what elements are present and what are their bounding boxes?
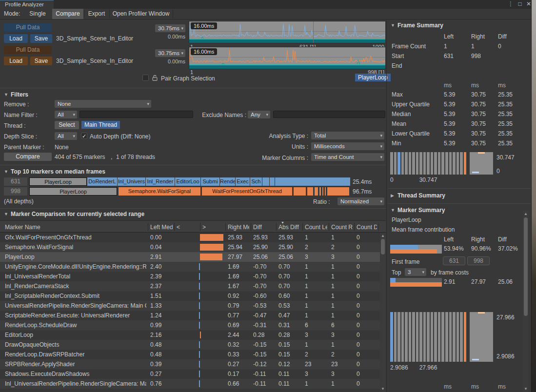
export-button[interactable]: Export — [84, 9, 109, 19]
table-row[interactable]: DrawOpaqueObjects0.480.32-0.150.15110 — [0, 340, 380, 350]
load-right-button[interactable]: Load — [4, 57, 28, 65]
name-filter-input[interactable] — [79, 111, 193, 118]
summary-row: Upper Quartile5.3930.7525.35 — [388, 101, 531, 111]
table-row[interactable]: RenderLoop.ScheduleDraw0.990.69-0.310.31… — [0, 320, 380, 330]
menu-dots-icon[interactable]: ⋮ — [507, 0, 515, 7]
table-row[interactable]: PlayerLoop2.9127.9725.0625.06330 — [0, 252, 380, 262]
histogram-bar — [441, 152, 444, 175]
first-frame-left-button[interactable]: 631 — [443, 256, 465, 265]
marker-summary-foldout-icon[interactable]: ▼ — [391, 208, 395, 213]
thread-value-chip: Main Thread — [81, 121, 120, 129]
unlock-icon[interactable] — [152, 74, 158, 81]
thread-select-button[interactable]: Select — [55, 121, 79, 129]
frame-index-button[interactable]: 998 — [4, 187, 27, 196]
auto-depth-checkbox[interactable]: ✓ — [81, 133, 87, 139]
column-header-count-left[interactable]: Count Left — [305, 224, 327, 231]
stat-left: 1 — [444, 43, 447, 50]
col-header-right: Right — [471, 236, 485, 243]
table-row[interactable]: RenderLoop.DrawSRPBatcher0.480.33-0.150.… — [0, 350, 380, 359]
units-dropdown[interactable]: Milliseconds▾ — [311, 142, 384, 150]
compare-button[interactable]: Compare — [4, 153, 52, 161]
frame-summary-histogram[interactable] — [390, 152, 466, 175]
count-right-cell: 1 — [331, 273, 335, 280]
mode-compare-button[interactable]: Compare — [52, 9, 83, 19]
histogram-x-max: 27.966 — [390, 364, 466, 371]
top10-foldout-icon[interactable]: ▼ — [4, 169, 8, 174]
scroll-down-icon[interactable]: ▼ — [380, 387, 386, 391]
table-row[interactable]: Inl_ScriptableRenderContext.Submit1.510.… — [0, 291, 380, 301]
column-header-diff[interactable]: Diff — [253, 224, 275, 231]
table-row[interactable]: Gfx.WaitForPresentOnGfxThread0.0025.9325… — [0, 233, 380, 242]
table-row[interactable]: EditorLoop2.162.440.280.28330 — [0, 330, 380, 340]
table-row[interactable]: UnityEngine.CoreModule.dll!UnityEngine.R… — [0, 262, 380, 272]
left-median-cell: 1.51 — [150, 293, 161, 299]
pull-data-left-button[interactable]: Pull Data — [4, 23, 52, 32]
abs-diff-cell: 0.70 — [278, 283, 290, 290]
histogram-bar — [460, 152, 463, 175]
marker-summary-histogram[interactable] — [390, 312, 466, 362]
scroll-up-icon[interactable]: ▲ — [380, 234, 386, 238]
exclude-names-input[interactable] — [273, 111, 385, 118]
save-left-button[interactable]: Save — [30, 34, 52, 43]
stat-left: 631 — [444, 53, 454, 59]
frame-index-button[interactable]: 631 — [4, 177, 27, 186]
maximize-icon[interactable]: □ — [516, 0, 524, 7]
table-row[interactable]: Inl_RenderCameraStack2.371.67-0.700.7011… — [0, 281, 380, 291]
summary-scrollbar-thumb[interactable] — [524, 217, 528, 316]
top-n-dropdown[interactable]: 3▾ — [405, 268, 426, 276]
y-scale-dropdown-right[interactable]: 30.75ms▾ — [155, 49, 185, 57]
filters-foldout-icon[interactable]: ▼ — [4, 92, 8, 97]
table-row[interactable]: SRPBRender.ApplyShader0.390.27-0.120.122… — [0, 359, 380, 369]
column-header-count-diff[interactable]: Count D — [357, 224, 377, 231]
close-icon[interactable]: ✕ — [525, 0, 532, 7]
frame-summary-foldout-icon[interactable]: ▼ — [391, 23, 395, 28]
count-right-cell: 2 — [331, 244, 335, 251]
scroll-up-icon[interactable]: ▲ — [523, 212, 529, 216]
scroll-down-icon[interactable]: ▼ — [523, 387, 529, 391]
analysis-type-dropdown[interactable]: Total▾ — [311, 132, 384, 139]
column-header-lt[interactable]: < — [177, 224, 196, 231]
summary-row: End — [388, 62, 531, 72]
table-row[interactable]: Inl_UniversalRenderTotal2.391.69-0.700.7… — [0, 272, 380, 281]
marker-name-cell: DrawOpaqueObjects — [5, 341, 146, 348]
table-row[interactable]: Semaphore.WaitForSignal0.0425.9425.9025.… — [0, 242, 380, 252]
remove-dropdown[interactable]: None▾ — [55, 100, 151, 108]
column-header-abs-diff[interactable]: Abs Diff — [278, 224, 301, 231]
column-header-left-median[interactable]: Left Median — [150, 224, 173, 231]
summary-scrollbar[interactable]: ▲ ▼ — [523, 211, 529, 392]
load-left-button[interactable]: Load — [4, 34, 28, 43]
pull-data-right-button[interactable]: Pull Data — [4, 46, 52, 54]
save-right-button[interactable]: Save — [30, 57, 52, 65]
table-scrollbar[interactable]: ▲ ▼ — [380, 233, 386, 392]
histogram-bar — [419, 312, 422, 362]
boxplot-bottom-label: 2.9086 — [496, 353, 515, 360]
column-header-count-right[interactable]: Count R — [331, 224, 353, 231]
name-filter-mode-dropdown[interactable]: All▾ — [55, 111, 77, 118]
window-tab[interactable]: Profile Analyzer — [0, 0, 54, 9]
table-row[interactable]: Inl_UniversalRenderPipeline.RenderSingle… — [0, 379, 380, 389]
table-row[interactable]: Shadows.ExecuteDrawShadows0.270.17-0.110… — [0, 369, 380, 379]
y-scale-dropdown-left[interactable]: 30.75ms▾ — [155, 24, 185, 32]
frame-graph-right[interactable]: 16.00ms — [189, 47, 385, 69]
column-header-marker-name[interactable]: Marker Name — [5, 224, 145, 231]
pair-graph-checkbox[interactable] — [142, 75, 149, 81]
mode-single-button[interactable]: Single — [23, 9, 52, 19]
column-header-gt[interactable]: > — [202, 224, 222, 231]
column-header-right-median[interactable]: Right Median — [228, 224, 249, 231]
first-frame-right-button[interactable]: 998 — [467, 256, 490, 265]
histogram-bar — [449, 312, 452, 362]
depth-slice-dropdown[interactable]: All▾ — [55, 132, 77, 140]
table-row[interactable]: ScriptableRenderer.Execute: UniversalRen… — [0, 311, 380, 320]
ratio-dropdown[interactable]: Normalized▾ — [337, 197, 384, 205]
frame-graph-left[interactable]: 16.00ms — [189, 21, 385, 43]
histogram-bar — [419, 152, 422, 175]
exclude-mode-dropdown[interactable]: Any▾ — [248, 111, 270, 118]
teal-band-highlight — [189, 39, 385, 39]
comparison-foldout-icon[interactable]: ▼ — [4, 212, 8, 216]
thread-summary-foldout-icon[interactable]: ▶ — [391, 193, 394, 198]
stat-left: 5.39 — [444, 111, 455, 118]
marker-columns-dropdown[interactable]: Time and Count▾ — [311, 153, 384, 161]
table-row[interactable]: UniversalRenderPipeline.RenderSingleCame… — [0, 301, 380, 311]
open-profiler-window-button[interactable]: Open Profiler Window — [110, 9, 172, 19]
table-scrollbar-thumb[interactable] — [381, 239, 385, 255]
